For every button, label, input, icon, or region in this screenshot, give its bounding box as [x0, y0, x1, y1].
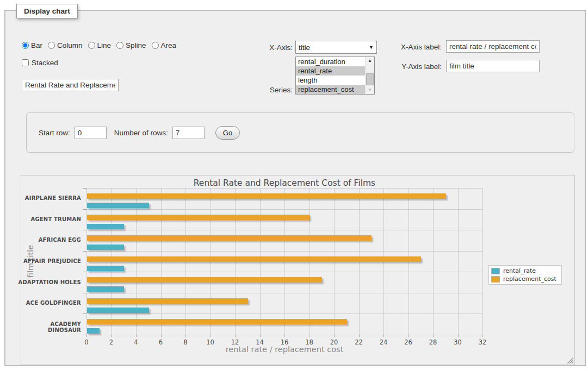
bar-rental_rate — [87, 266, 124, 271]
x-tick-label: 20 — [323, 338, 345, 346]
series-options: rental_durationrental_ratelengthreplacem… — [296, 57, 365, 94]
xaxis-text-label: X-Axis label: — [386, 43, 442, 51]
xaxis-select-label: X-Axis: — [245, 43, 293, 52]
chart-type-label: Spline — [126, 41, 146, 49]
bar-rental_rate — [87, 224, 124, 229]
chart-type-area[interactable]: Area — [152, 41, 177, 49]
yaxis-text-label: Y-Axis label: — [386, 62, 442, 71]
chart-type-radio-bar[interactable] — [22, 42, 29, 49]
category-label: ACADEMY DINOSAUR — [18, 321, 81, 333]
x-tick-mark — [185, 335, 186, 337]
x-tick-label: 2 — [101, 338, 122, 346]
scroll-down-icon[interactable]: ▼ — [366, 86, 374, 94]
scrollbar-thumb[interactable] — [366, 73, 374, 85]
x-tick-mark — [433, 335, 434, 337]
series-listbox[interactable]: rental_durationrental_ratelengthreplacem… — [295, 57, 375, 95]
x-axis-title: rental rate / replacement cost — [86, 345, 482, 354]
chart-type-radio-area[interactable] — [152, 42, 159, 49]
panel-title: Display chart — [16, 4, 78, 18]
chart-type-radio-line[interactable] — [88, 42, 95, 49]
chart-type-radio-spline[interactable] — [116, 42, 123, 49]
x-tick-mark — [260, 335, 261, 337]
plot-area — [86, 188, 482, 335]
bar-replacement_cost — [87, 193, 446, 199]
series-option-length[interactable]: length — [296, 76, 365, 85]
chart-type-line[interactable]: Line — [88, 41, 112, 49]
chart-title: Rental Rate and Replacement Cost of Film… — [86, 178, 482, 188]
y-tick-mark — [83, 272, 86, 272]
x-tick-label: 16 — [274, 338, 295, 346]
y-tick-mark — [83, 251, 86, 252]
chart-type-label: Area — [161, 41, 177, 49]
x-tick-label: 26 — [398, 338, 419, 346]
y-tick-mark — [83, 230, 86, 230]
gridline-horizontal — [86, 251, 482, 252]
resize-grip-icon[interactable] — [567, 358, 573, 363]
chart-type-label: Column — [57, 41, 83, 49]
category-label: AGENT TRUMAN — [18, 216, 81, 222]
chart-type-column[interactable]: Column — [48, 41, 83, 49]
y-tick-mark — [83, 293, 86, 293]
x-tick-mark — [408, 335, 409, 337]
series-option-rental_duration[interactable]: rental_duration — [296, 57, 365, 66]
x-tick-label: 32 — [472, 338, 493, 346]
x-tick-mark — [334, 335, 335, 337]
scrollbar[interactable]: ▲ ▼ — [365, 57, 374, 94]
chart-type-spline[interactable]: Spline — [116, 41, 146, 49]
category-label: ADAPTATION HOLES — [18, 279, 81, 285]
num-rows-label: Number of rows: — [114, 129, 168, 137]
scroll-up-icon[interactable]: ▲ — [366, 57, 374, 65]
y-tick-mark — [83, 313, 86, 314]
x-tick-label: 30 — [447, 338, 469, 346]
bar-replacement_cost — [87, 298, 248, 304]
chart-type-label: Bar — [31, 41, 42, 49]
x-tick-label: 8 — [175, 338, 196, 346]
num-rows-input[interactable] — [172, 127, 205, 139]
x-tick-mark — [383, 335, 384, 337]
x-tick-mark — [161, 335, 162, 337]
y-tick-mark — [83, 335, 86, 335]
go-button[interactable]: Go — [215, 126, 240, 140]
legend-swatch-replacement_cost — [491, 276, 500, 283]
x-tick-label: 28 — [422, 338, 444, 346]
x-tick-label: 6 — [150, 338, 172, 346]
gridline-horizontal — [86, 293, 482, 293]
x-tick-label: 12 — [224, 338, 246, 346]
start-row-input[interactable] — [75, 127, 107, 139]
x-tick-label: 4 — [125, 338, 147, 346]
chart-type-bar[interactable]: Bar — [22, 41, 42, 49]
chart-title-input[interactable] — [22, 79, 119, 91]
gridline-horizontal — [86, 188, 482, 189]
display-chart-panel: BarColumnLineSplineArea Stacked X-Axis: … — [4, 10, 586, 366]
gridline-horizontal — [86, 209, 482, 210]
bar-rental_rate — [87, 308, 149, 313]
x-tick-mark — [211, 335, 211, 337]
chart-type-options: BarColumnLineSplineArea — [22, 41, 182, 49]
series-option-replacement_cost[interactable]: replacement_cost — [296, 85, 365, 94]
legend-item: replacement_cost — [491, 275, 556, 283]
x-tick-label: 18 — [299, 338, 320, 346]
xaxis-select[interactable]: title ▼ — [295, 41, 377, 54]
xaxis-label-input[interactable] — [446, 40, 540, 53]
bar-rental_rate — [87, 328, 100, 334]
chart-type-label: Line — [97, 41, 112, 49]
bar-replacement_cost — [87, 277, 322, 283]
stacked-checkbox[interactable] — [22, 59, 29, 66]
x-tick-mark — [482, 335, 483, 337]
gridline-vertical — [458, 188, 459, 335]
gridline-vertical — [433, 188, 434, 335]
x-tick-mark — [86, 335, 87, 337]
stacked-option[interactable]: Stacked — [22, 59, 58, 67]
x-tick-mark — [458, 335, 459, 337]
yaxis-label-input[interactable] — [446, 60, 540, 72]
category-label: AFRICAN EGG — [18, 237, 81, 243]
chart-type-radio-column[interactable] — [48, 42, 55, 49]
stacked-label: Stacked — [32, 59, 58, 67]
x-tick-label: 10 — [200, 338, 221, 346]
x-tick-label: 14 — [249, 338, 271, 346]
x-tick-mark — [112, 335, 112, 337]
x-tick-mark — [136, 335, 137, 337]
gridline-vertical — [482, 188, 483, 335]
series-option-rental_rate[interactable]: rental_rate — [296, 66, 365, 76]
chart-container: Rental Rate and Replacement Cost of Film… — [21, 175, 575, 365]
